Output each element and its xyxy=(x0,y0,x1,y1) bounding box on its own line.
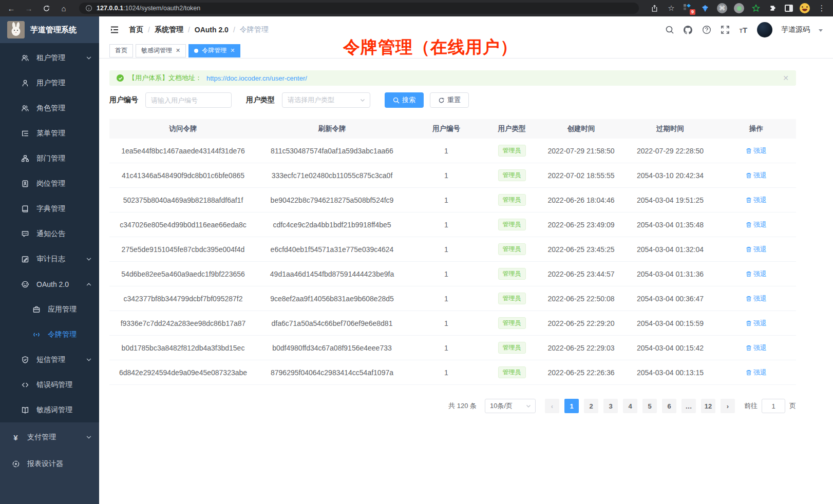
trash-icon xyxy=(746,320,752,326)
green-star-extension-icon[interactable] xyxy=(751,3,761,13)
sidebar-item-sms[interactable]: 短信管理 xyxy=(0,347,99,372)
gem-extension-icon[interactable] xyxy=(700,3,710,13)
sidebar-item-menu[interactable]: 菜单管理 xyxy=(0,121,99,146)
username[interactable]: 芋道源码 xyxy=(781,25,810,34)
sidebar-item-user[interactable]: 用户管理 xyxy=(0,70,99,95)
tab-label: 敏感词管理 xyxy=(141,46,172,55)
page-button-3[interactable]: 3 xyxy=(603,399,618,413)
chevron-down-icon xyxy=(86,256,92,262)
alert-doc-link[interactable]: https://doc.iocoder.cn/user-center/ xyxy=(206,74,307,82)
page-button-2[interactable]: 2 xyxy=(584,399,598,413)
force-logout-button[interactable]: 强退 xyxy=(746,294,767,303)
page-button-4[interactable]: 4 xyxy=(623,399,637,413)
command-extension-icon[interactable]: ⌘ xyxy=(717,3,727,13)
sidebar-item-sensitive[interactable]: 敏感词管理 xyxy=(0,397,99,422)
user-menu-caret-icon[interactable] xyxy=(819,29,823,32)
breadcrumb: 首页 / 系统管理 / OAuth 2.0 / 令牌管理 xyxy=(129,25,269,34)
force-logout-button[interactable]: 强退 xyxy=(746,220,767,229)
share-icon[interactable] xyxy=(649,3,659,13)
tab-close-icon[interactable]: ✕ xyxy=(176,47,180,54)
page-button-6[interactable]: 6 xyxy=(662,399,676,413)
sidebar-item-role[interactable]: 角色管理 xyxy=(0,95,99,121)
breadcrumb-oauth[interactable]: OAuth 2.0 xyxy=(195,26,229,34)
sidebar-menu: 租户管理 用户管理 角色管理 菜单管理 部门管理 岗位管理 字典管理 通知公告 … xyxy=(0,43,99,422)
sidebar-item-token[interactable]: 令牌管理 xyxy=(0,322,99,347)
search-icon[interactable] xyxy=(665,25,674,35)
extension-dashlane-icon[interactable]: 9 xyxy=(683,3,693,13)
page-size-select[interactable]: 10条/页 xyxy=(485,399,536,413)
force-logout-button[interactable]: 强退 xyxy=(746,343,767,353)
sidebar-item-dept[interactable]: 部门管理 xyxy=(0,146,99,171)
breadcrumb-system[interactable]: 系统管理 xyxy=(155,25,183,34)
sidebar-item-log[interactable]: 审计日志 xyxy=(0,246,99,272)
reset-button[interactable]: 重置 xyxy=(430,92,469,108)
force-logout-button[interactable]: 强退 xyxy=(746,245,767,254)
post-icon xyxy=(21,179,29,188)
main-area: 首页 / 系统管理 / OAuth 2.0 / 令牌管理 xyxy=(99,16,833,504)
sidebar-item-errcode[interactable]: 错误码管理 xyxy=(0,372,99,397)
sidebar-item-pay[interactable]: ¥ 支付管理 xyxy=(0,424,99,451)
sidebar-item-app[interactable]: 应用管理 xyxy=(0,297,99,322)
user-type-badge: 管理员 xyxy=(498,366,526,378)
tab-首页[interactable]: 首页 xyxy=(109,44,133,57)
back-icon[interactable]: ← xyxy=(6,3,16,13)
chevron-up-icon xyxy=(86,281,92,287)
home-icon[interactable]: ⌂ xyxy=(59,3,69,13)
breadcrumb-home[interactable]: 首页 xyxy=(129,25,143,34)
help-icon[interactable] xyxy=(702,25,711,35)
action-cell: 强退 xyxy=(716,245,796,254)
force-logout-button[interactable]: 强退 xyxy=(746,269,767,279)
bookmark-star-icon[interactable]: ☆ xyxy=(666,3,676,13)
logo-bar[interactable]: 芋道管理系统 xyxy=(0,16,99,43)
user-id-cell: 1 xyxy=(407,147,485,155)
search-button[interactable]: 搜索 xyxy=(385,92,424,108)
sidebar-item-oauth[interactable]: OAuth 2.0 xyxy=(0,272,99,297)
refresh-token-cell: 811c530487574fa0af1a59d3abc1aa66 xyxy=(257,147,407,155)
sidebar-fold-icon[interactable] xyxy=(109,25,120,35)
app-title: 芋道管理系统 xyxy=(30,25,77,35)
force-logout-button[interactable]: 强退 xyxy=(746,196,767,205)
refresh-token-cell: 9ce8ef2aa9f14056b831ae9b608e28d5 xyxy=(257,295,407,303)
sidebar-item-tenant[interactable]: 租户管理 xyxy=(0,45,99,70)
sidebar-item-report[interactable]: 报表设计器 xyxy=(0,451,99,477)
sidebar-item-post[interactable]: 岗位管理 xyxy=(0,171,99,196)
fullscreen-icon[interactable] xyxy=(720,25,730,35)
recorder-extension-icon[interactable] xyxy=(734,3,744,13)
forward-icon[interactable]: → xyxy=(24,3,34,13)
page-button-1[interactable]: 1 xyxy=(564,399,579,413)
github-icon[interactable] xyxy=(683,25,693,35)
user-id-input[interactable] xyxy=(145,92,232,108)
side-panel-icon[interactable] xyxy=(785,5,793,12)
tab-close-icon[interactable]: ✕ xyxy=(230,47,235,54)
browser-menu-icon[interactable]: ⋮ xyxy=(817,3,827,13)
force-logout-button[interactable]: 强退 xyxy=(746,319,767,328)
site-info-icon[interactable] xyxy=(85,5,92,12)
trash-icon xyxy=(746,296,752,302)
created-time-cell: 2022-06-25 23:49:09 xyxy=(538,221,624,229)
alert-close-icon[interactable]: ✕ xyxy=(783,74,789,82)
sidebar-item-dict[interactable]: 字典管理 xyxy=(0,196,99,221)
page-button-...[interactable]: … xyxy=(681,399,696,413)
force-logout-button[interactable]: 强退 xyxy=(746,146,767,156)
table-row: 54d6be82ee5a460a9aedc1f9bf223656 49d1aa4… xyxy=(109,262,796,286)
force-logout-button[interactable]: 强退 xyxy=(746,368,767,377)
user-avatar[interactable] xyxy=(757,22,772,37)
extensions-puzzle-icon[interactable] xyxy=(768,3,778,13)
user-type-select[interactable]: 请选择用户类型 xyxy=(282,92,370,108)
reload-icon[interactable] xyxy=(41,3,51,13)
expire-time-cell: 2022-07-29 22:28:50 xyxy=(624,147,716,155)
next-page-button[interactable]: › xyxy=(721,399,735,413)
prev-page-button[interactable]: ‹ xyxy=(545,399,559,413)
page-button-5[interactable]: 5 xyxy=(642,399,657,413)
goto-page-input[interactable] xyxy=(762,399,785,413)
tab-敏感词管理[interactable]: 敏感词管理 ✕ xyxy=(136,44,186,57)
profile-avatar-icon[interactable] xyxy=(800,3,810,13)
tab-令牌管理[interactable]: 令牌管理 ✕ xyxy=(188,44,240,57)
address-bar[interactable]: 127.0.0.1:1024/system/oauth2/token xyxy=(79,3,639,14)
sidebar-item-notice[interactable]: 通知公告 xyxy=(0,221,99,246)
force-logout-button[interactable]: 强退 xyxy=(746,171,767,180)
access-token-cell: 54d6be82ee5a460a9aedc1f9bf223656 xyxy=(109,270,257,278)
font-size-icon[interactable]: TT xyxy=(739,25,748,35)
page-button-12[interactable]: 12 xyxy=(701,399,715,413)
refresh-token-cell: be90422b8c7946218275a508bf524fc9 xyxy=(257,196,407,204)
